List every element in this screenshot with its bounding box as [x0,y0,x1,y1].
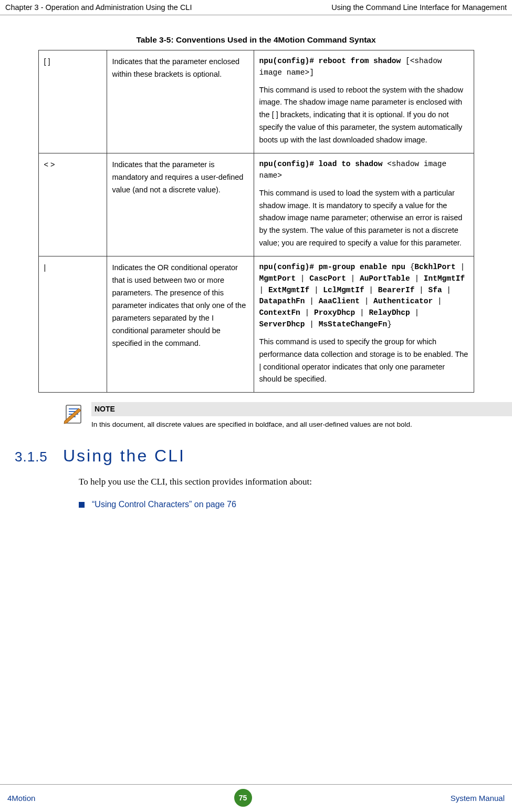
code-line: npu(config)# reboot from shadow [<shadow… [259,56,468,79]
footer-right: System Manual [451,794,505,803]
section-heading: 3.1.5 Using the CLI [11,446,501,466]
symbol-cell: [ ] [38,50,107,153]
table-row: < > Indicates that the parameter is mand… [38,153,474,256]
example-cell: npu(config)# load to shadow <shadow imag… [254,153,474,256]
meaning-cell: Indicates that the parameter enclosed wi… [107,50,254,153]
note-icon [63,403,85,425]
meaning-cell: Indicates that the parameter is mandator… [107,153,254,256]
example-cell: npu(config)# pm-group enable npu {BckhlP… [254,256,474,393]
code-line: npu(config)# load to shadow <shadow imag… [259,159,468,182]
code-bold: npu(config)# load to shadow [259,160,383,168]
page-footer: 4Motion 75 System Manual [0,784,512,812]
table-caption: Table 3-5: Conventions Used in the 4Moti… [11,35,501,45]
note-body: NOTE In this document, all discrete valu… [91,402,512,430]
example-desc: This command is used to load the system … [259,187,468,250]
conventions-table: [ ] Indicates that the parameter enclose… [38,50,474,393]
page-number-badge: 75 [234,789,252,807]
section-number: 3.1.5 [11,449,63,465]
bullet-icon [79,502,85,508]
table-row: | Indicates the OR conditional operator … [38,256,474,393]
header-right: Using the Command Line Interface for Man… [331,3,507,12]
page-content: Table 3-5: Conventions Used in the 4Moti… [0,15,512,509]
header-left: Chapter 3 - Operation and Administration… [5,3,192,12]
example-desc: This command is used to specify the grou… [259,336,468,386]
symbol-cell: < > [38,153,107,256]
footer-left: 4Motion [7,794,35,803]
meaning-cell: Indicates the OR conditional operator th… [107,256,254,393]
symbol-cell: | [38,256,107,393]
section-intro: To help you use the CLI, this section pr… [79,475,501,489]
example-cell: npu(config)# reboot from shadow [<shadow… [254,50,474,153]
code-bold: npu(config)# reboot from shadow [259,57,401,65]
xref-link[interactable]: “Using Control Characters” on page 76 [92,500,236,509]
list-item: “Using Control Characters” on page 76 [79,500,501,509]
note-block: NOTE In this document, all discrete valu… [63,402,512,430]
table-row: [ ] Indicates that the parameter enclose… [38,50,474,153]
page-header: Chapter 3 - Operation and Administration… [0,0,512,15]
note-title: NOTE [91,402,512,416]
section-title: Using the CLI [63,446,185,466]
note-text: In this document, all discrete values ar… [91,419,512,430]
code-line: npu(config)# pm-group enable npu {BckhlP… [259,262,468,331]
example-desc: This command is used to reboot the syste… [259,84,468,147]
